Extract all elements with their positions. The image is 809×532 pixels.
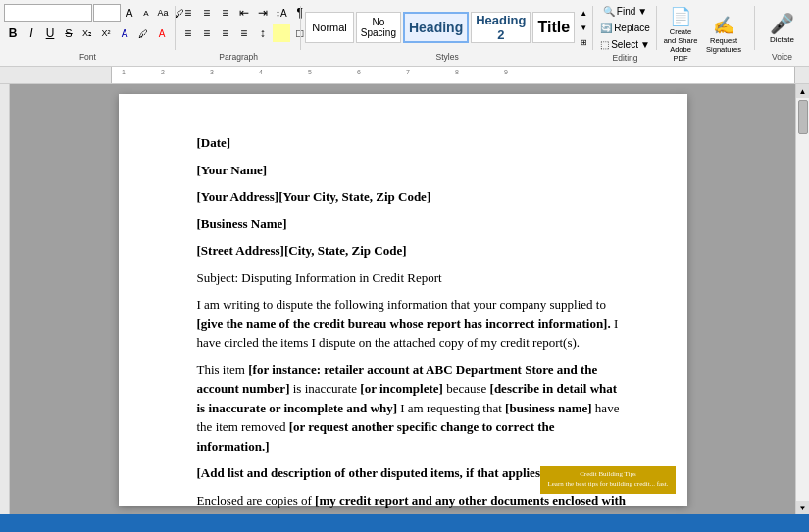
styles-expand[interactable]: ⊞ (577, 35, 590, 49)
sort-btn[interactable]: ↕A (273, 4, 290, 22)
status-bar (0, 514, 809, 532)
paragraph-group-label: Paragraph (179, 51, 298, 62)
document-page: [Date] [Your Name] [Your Address][Your C… (119, 94, 687, 506)
editing-group-label: Editing (597, 52, 653, 63)
strikethrough-btn[interactable]: S (60, 24, 77, 42)
styles-group: Normal No Spacing Heading Heading 2 Titl… (301, 2, 593, 64)
style-heading1-btn[interactable]: Heading (403, 12, 469, 43)
multilevel-btn[interactable]: ≡ (217, 4, 234, 22)
font-group: Calibri 11 A A Aa 🖊 B I U S X₂ X² A 🖊 A … (0, 2, 176, 64)
credit-building-watermark: Credit Building Tips Learn the best tips… (540, 466, 675, 494)
paragraph-2: This item [for instance: retailer accoun… (197, 361, 629, 457)
style-title-btn[interactable]: Title (532, 12, 575, 43)
scroll-up-btn[interactable]: ▲ (796, 84, 810, 98)
request-signatures-btn[interactable]: ✍ Request Signatures (704, 13, 743, 56)
style-normal-btn[interactable]: Normal (305, 12, 353, 43)
styles-scroll-up[interactable]: ▲ (577, 6, 590, 20)
font-size-decrease[interactable]: A (122, 4, 137, 22)
voice-group: 🎤 Dictate Voice (755, 2, 809, 64)
replace-btn[interactable]: 🔄 Replace (598, 21, 652, 35)
subject-line: Subject: Disputing Information in Credit… (197, 268, 629, 288)
left-nav-strip (0, 84, 10, 514)
styles-scroll-down[interactable]: ▼ (577, 21, 590, 34)
select-btn[interactable]: ⬚ Select ▼ (598, 37, 652, 52)
font-color-btn[interactable]: A (153, 24, 171, 42)
numbering-btn[interactable]: ≡ (198, 4, 216, 22)
bullets-btn[interactable]: ≡ (179, 4, 197, 22)
styles-group-label: Styles (305, 51, 589, 62)
ribbon: Calibri 11 A A Aa 🖊 B I U S X₂ X² A 🖊 A … (0, 0, 809, 67)
change-case-btn[interactable]: Aa (155, 4, 171, 22)
increase-indent-btn[interactable]: ⇥ (254, 4, 272, 22)
street-address-line: [Street Address][City, State, Zip Code] (197, 241, 629, 261)
scroll-down-btn[interactable]: ▼ (796, 501, 810, 514)
ruler: 1 2 3 4 5 6 7 8 9 (0, 67, 809, 84)
align-center-btn[interactable]: ≡ (198, 24, 216, 42)
text-effects-btn[interactable]: A (116, 24, 133, 42)
paragraph-4: Enclosed are copies of [my credit report… (197, 491, 629, 515)
italic-btn[interactable]: I (23, 24, 40, 42)
vertical-scrollbar[interactable]: ▲ ▼ (795, 84, 809, 514)
justify-btn[interactable]: ≡ (235, 24, 253, 42)
create-pdf-btn[interactable]: 📄 Create and Share Adobe PDF (661, 4, 700, 65)
paragraph-1: I am writing to dispute the following in… (197, 295, 629, 353)
find-btn[interactable]: 🔍 Find ▼ (601, 4, 649, 19)
highlight-btn[interactable]: 🖊 (134, 24, 152, 42)
business-name-line: [Business Name] (197, 215, 629, 234)
font-group-label: Font (4, 51, 172, 62)
superscript-btn[interactable]: X² (97, 24, 115, 42)
dictate-btn[interactable]: 🎤 Dictate (768, 10, 796, 46)
font-size-increase[interactable]: A (138, 4, 154, 22)
line-spacing-btn[interactable]: ↕ (254, 24, 272, 42)
style-heading2-btn[interactable]: Heading 2 (471, 12, 531, 43)
name-line: [Your Name] (197, 161, 629, 180)
paragraph-group: ≡ ≡ ≡ ⇤ ⇥ ↕A ¶ ≡ ≡ ≡ ≡ ↕ □ Paragraph (176, 2, 302, 64)
content-area: [Date] [Your Name] [Your Address][Your C… (0, 84, 809, 514)
address-line: [Your Address][Your City, State, Zip Cod… (197, 187, 629, 207)
decrease-indent-btn[interactable]: ⇤ (235, 4, 253, 22)
document-area[interactable]: [Date] [Your Name] [Your Address][Your C… (10, 84, 795, 514)
date-line: [Date] (197, 133, 629, 153)
style-no-spacing-btn[interactable]: No Spacing (356, 12, 401, 43)
align-left-btn[interactable]: ≡ (179, 24, 197, 42)
subscript-btn[interactable]: X₂ (78, 24, 96, 42)
acrobat-group: 📄 Create and Share Adobe PDF ✍ Request S… (657, 2, 755, 64)
editing-group: 🔍 Find ▼ 🔄 Replace ⬚ Select ▼ Editing (593, 2, 657, 64)
underline-btn[interactable]: U (41, 24, 59, 42)
scroll-thumb[interactable] (798, 100, 808, 134)
shading-btn[interactable] (273, 24, 290, 42)
bold-btn[interactable]: B (4, 24, 22, 42)
font-name-input[interactable]: Calibri (4, 4, 92, 22)
font-size-input[interactable]: 11 (93, 4, 121, 22)
align-right-btn[interactable]: ≡ (217, 24, 234, 42)
voice-group-label: Voice (759, 51, 805, 62)
